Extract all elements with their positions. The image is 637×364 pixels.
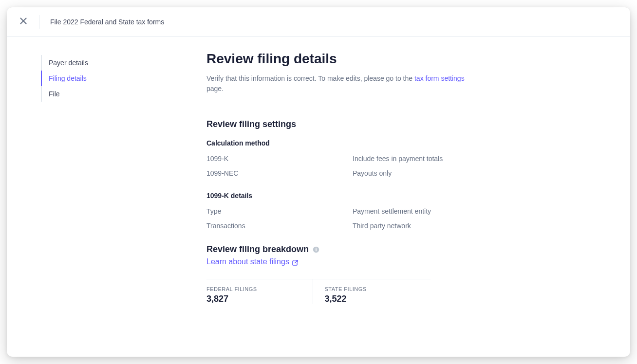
- kdetails-row-key: Transactions: [206, 222, 353, 230]
- breakdown-heading-row: Review filing breakdown: [206, 244, 601, 255]
- kdetails-row-val: Payment settlement entity: [353, 207, 431, 215]
- close-icon: [20, 18, 27, 26]
- calc-row-val: Include fees in payment totals: [353, 155, 443, 163]
- page-subtitle: Verify that this information is correct.…: [206, 73, 479, 94]
- external-link-icon: [292, 259, 298, 265]
- k-details-block: 1099-K details Type Payment settlement e…: [206, 192, 601, 230]
- kdetails-row-val: Third party network: [353, 222, 411, 230]
- calc-row-key: 1099-K: [206, 155, 353, 163]
- modal: File 2022 Federal and State tax forms Pa…: [7, 7, 630, 357]
- header-title: File 2022 Federal and State tax forms: [50, 18, 164, 26]
- sidebar: Payer details Filing details File: [7, 36, 172, 357]
- stat-label: STATE FILINGS: [325, 286, 431, 292]
- stat-value: 3,827: [206, 294, 313, 304]
- content: Review filing details Verify that this i…: [172, 36, 630, 357]
- kdetails-row-key: Type: [206, 207, 353, 215]
- filing-stats: FEDERAL FILINGS 3,827 STATE FILINGS 3,52…: [206, 279, 431, 304]
- calc-row: 1099-NEC Payouts only: [206, 169, 601, 177]
- body: Payer details Filing details File Review…: [7, 36, 630, 357]
- svg-point-4: [316, 248, 317, 249]
- stat-federal-filings: FEDERAL FILINGS 3,827: [206, 279, 313, 304]
- calc-row-key: 1099-NEC: [206, 169, 353, 177]
- sidebar-item-filing-details[interactable]: Filing details: [41, 71, 172, 86]
- review-filing-breakdown-heading: Review filing breakdown: [206, 244, 309, 255]
- sidebar-item-payer-details[interactable]: Payer details: [41, 55, 172, 71]
- calculation-method-heading: Calculation method: [206, 139, 601, 147]
- calc-row-val: Payouts only: [353, 169, 392, 177]
- sidebar-item-file[interactable]: File: [41, 86, 172, 102]
- subtitle-text-post: page.: [206, 85, 224, 92]
- calc-row: 1099-K Include fees in payment totals: [206, 155, 601, 163]
- calculation-method-block: Calculation method 1099-K Include fees i…: [206, 139, 601, 177]
- tax-form-settings-link[interactable]: tax form settings: [414, 74, 465, 82]
- stat-state-filings: STATE FILINGS 3,522: [313, 279, 431, 304]
- k-details-heading: 1099-K details: [206, 192, 601, 200]
- close-button[interactable]: [17, 15, 30, 29]
- svg-rect-3: [316, 249, 317, 251]
- stat-value: 3,522: [325, 294, 431, 304]
- learn-link-row: Learn about state filings: [206, 257, 601, 266]
- kdetails-row: Transactions Third party network: [206, 222, 601, 230]
- page-title: Review filing details: [206, 51, 601, 67]
- header-divider: [39, 15, 39, 29]
- review-filing-settings-heading: Review filing settings: [206, 119, 601, 129]
- header: File 2022 Federal and State tax forms: [7, 7, 630, 36]
- subtitle-text-pre: Verify that this information is correct.…: [206, 74, 414, 82]
- learn-state-filings-link[interactable]: Learn about state filings: [206, 257, 289, 266]
- kdetails-row: Type Payment settlement entity: [206, 207, 601, 215]
- stat-label: FEDERAL FILINGS: [206, 286, 313, 292]
- info-icon[interactable]: [313, 246, 319, 253]
